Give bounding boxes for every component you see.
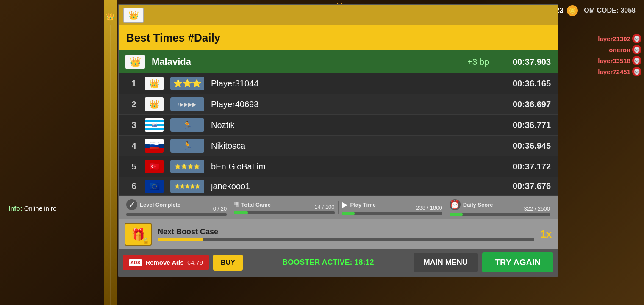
action-bar: ADS Remove Ads €4.79 BUY BOOSTER ACTIVE:… [119, 249, 558, 276]
stat-time-fill [342, 212, 355, 215]
stat-time-bar [342, 212, 442, 215]
stat-score-bar [450, 213, 550, 216]
ads-badge: ADS [129, 259, 142, 266]
right-player-2-name: олегон [609, 46, 630, 53]
lb-row-5: 5 🇹🇷 ⭐⭐⭐⭐ bEn GloBaLim 00:37.172 [119, 156, 558, 177]
lb-time-3: 00:36.771 [513, 120, 551, 130]
right-player-1: layer21302 💀 [598, 34, 644, 43]
lb-rank-2: 2 [125, 100, 142, 109]
tally-icon: 𝄜 [234, 201, 239, 208]
stat-play-time: ▶ Play Time 238 / 1800 [339, 200, 446, 215]
hud-top-right: 23 🪙 OM CODE: 3058 [555, 5, 636, 16]
stat-level-complete: ✓ Level Complete 0 / 20 [123, 199, 230, 216]
buy-button[interactable]: BUY [213, 255, 243, 271]
lb-row-6: 6 🇪🇺 ⭐⭐⭐⭐⭐ janekooo1 00:37.676 [119, 177, 558, 196]
lb-time-5: 00:37.172 [513, 162, 551, 172]
modal-header: Best Times #Daily [119, 25, 558, 50]
stat-game-values: 14 / 100 [315, 204, 335, 210]
try-again-button[interactable]: TRY AGAIN [482, 252, 553, 272]
lb-badge-6: ⭐⭐⭐⭐⭐ [170, 180, 204, 193]
lb-rank-6: 6 [125, 181, 142, 191]
current-player-crown-icon: 👑 [125, 55, 145, 69]
skull-icon-1: 💀 [632, 34, 641, 43]
stat-game-label: Total Game [241, 202, 271, 208]
lb-badge-2: !▶▶▶▶ [170, 97, 204, 111]
lb-time-2: 00:36.697 [513, 100, 551, 109]
lb-rank-5: 5 [125, 162, 142, 172]
right-player-3-name: layer33518 [598, 57, 630, 64]
boost-progress-bar [158, 238, 534, 241]
play-icon: ▶ [342, 200, 348, 209]
skull-icon-3: 💀 [632, 56, 641, 65]
lb-rank-1: 1 [125, 79, 142, 89]
right-player-4: layer72451 💀 [598, 67, 644, 76]
lb-row-4: 4 🇷🇺 🏃 Nikitosca 00:36.945 [119, 136, 558, 156]
stat-score-label: Daily Score [463, 202, 493, 208]
lb-flag-4: 🇷🇺 [145, 139, 164, 152]
crown-bar-left: 👑 [104, 0, 117, 305]
clock-icon: ⏰ [450, 199, 461, 210]
info-label: Info: [8, 205, 22, 212]
remove-ads-button[interactable]: ADS Remove Ads €4.79 [123, 255, 209, 270]
current-player-name: Malavida [152, 56, 461, 67]
lock-icon: 🔒 [143, 238, 149, 244]
lb-name-6: janekooo1 [211, 181, 513, 191]
lb-name-1: Player31044 [211, 79, 513, 89]
ads-price: €4.79 [187, 259, 203, 266]
lb-time-4: 00:36.945 [513, 141, 551, 151]
lb-flag-6: 🇪🇺 [145, 180, 164, 193]
crown-bar-line [110, 25, 111, 305]
stat-level-values: 0 / 20 [213, 205, 227, 212]
stat-game-bar [234, 211, 334, 214]
lb-rank-3: 3 [125, 120, 142, 130]
booster-active-label: BOOSTER ACTIVE: 18:12 [247, 258, 409, 267]
coin-icon: 🪙 [567, 5, 578, 16]
stat-time-values: 238 / 1800 [416, 205, 442, 211]
lb-name-4: Nikitosca [211, 141, 513, 151]
crown-bar-icon: 👑 [106, 13, 114, 21]
lb-name-5: bEn GloBaLim [211, 162, 513, 172]
modal-crown-bar: 👑 [119, 5, 558, 25]
info-text: Online in ro [24, 205, 57, 212]
right-player-4-name: layer72451 [598, 68, 630, 75]
boost-chest: 🎁 🔒 [125, 223, 152, 246]
promo-code: OM CODE: 3058 [584, 7, 636, 14]
stat-total-game: 𝄜 Total Game 14 / 100 [230, 201, 338, 214]
lb-badge-4: 🏃 [170, 139, 204, 152]
lb-row-3: 3 🇺🇾 🏃 Noztik 00:36.771 [119, 115, 558, 136]
lb-name-2: Player40693 [211, 100, 513, 109]
leaderboard: 1 👑 ⭐⭐⭐ Player31044 00:36.165 2 👑 !▶▶▶▶ … [119, 73, 558, 196]
lb-time-6: 00:37.676 [513, 181, 551, 191]
lb-rank-4: 4 [125, 141, 142, 151]
stat-score-fill [450, 213, 463, 216]
boost-label: Next Boost Case [158, 227, 534, 236]
lb-time-1: 00:36.165 [513, 79, 551, 89]
boost-multiplier: 1x [540, 228, 552, 240]
current-player-time: 00:37.903 [513, 57, 551, 67]
stat-level-bar [126, 213, 227, 216]
crown-badge: 👑 [123, 8, 144, 23]
lb-badge-1: ⭐⭐⭐ [170, 77, 204, 90]
stat-score-values: 322 / 2500 [524, 205, 550, 212]
current-player-row: 👑 Malavida +3 bp 00:37.903 [119, 50, 558, 73]
lb-row-2: 2 👑 !▶▶▶▶ Player40693 00:36.697 [119, 94, 558, 115]
stat-game-fill [234, 211, 248, 214]
lb-flag-2: 👑 [145, 97, 164, 111]
lb-flag-5: 🇹🇷 [145, 160, 164, 173]
lb-badge-3: 🏃 [170, 118, 204, 132]
main-menu-button[interactable]: MAIN MENU [414, 253, 478, 272]
modal-title: Best Times #Daily [126, 31, 220, 44]
modal: 👑 Best Times #Daily 👑 Malavida +3 bp 00:… [118, 4, 558, 277]
right-player-1-name: layer21302 [598, 35, 630, 42]
stat-daily-score: ⏰ Daily Score 322 / 2500 [446, 199, 553, 216]
right-player-2: олегон 💀 [598, 45, 644, 54]
stat-time-label: Play Time [350, 202, 376, 208]
boost-row: 🎁 🔒 Next Boost Case 1x [119, 219, 558, 249]
right-player-3: layer33518 💀 [598, 56, 644, 65]
checkmark-icon: ✓ [126, 199, 137, 210]
info-bar: Info: Online in ro [8, 205, 56, 212]
boost-label-container: Next Boost Case [158, 227, 534, 241]
stats-bar: ✓ Level Complete 0 / 20 𝄜 Total Game 14 … [119, 196, 558, 219]
lb-flag-1: 👑 [145, 77, 164, 90]
boost-progress-fill [158, 238, 203, 241]
